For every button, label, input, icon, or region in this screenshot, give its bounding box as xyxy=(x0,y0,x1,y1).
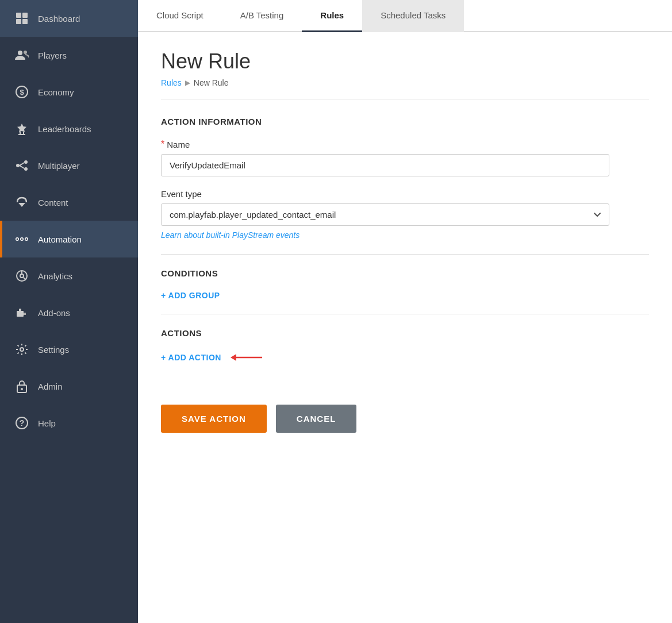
sidebar-item-label: Leaderboards xyxy=(38,124,91,134)
sidebar-item-label: Content xyxy=(38,198,68,207)
action-information-title: ACTION INFORMATION xyxy=(161,117,649,126)
add-action-button[interactable]: + ADD ACTION xyxy=(161,353,221,362)
name-input[interactable] xyxy=(161,154,609,176)
add-action-row: + ADD ACTION xyxy=(161,351,649,364)
svg-line-15 xyxy=(20,166,24,168)
tab-ab-testing[interactable]: A/B Testing xyxy=(222,0,302,32)
save-action-button[interactable]: SAVE ACTION xyxy=(161,405,267,433)
add-group-button[interactable]: + ADD GROUP xyxy=(161,291,220,300)
svg-line-14 xyxy=(20,163,24,166)
sidebar-item-players[interactable]: Players xyxy=(0,37,138,74)
sidebar-item-label: Admin xyxy=(38,382,63,391)
event-type-form-group: Event type com.playfab.player_updated_co… xyxy=(161,189,649,240)
action-information-section: ACTION INFORMATION * Name Event type com… xyxy=(161,117,649,240)
svg-point-12 xyxy=(24,160,28,164)
sidebar-item-settings[interactable]: Settings xyxy=(0,331,138,368)
svg-point-22 xyxy=(26,239,28,240)
tab-bar: Cloud Script A/B Testing Rules Scheduled… xyxy=(138,0,672,32)
name-form-group: * Name xyxy=(161,139,649,176)
svg-point-24 xyxy=(20,274,24,278)
sidebar-item-help[interactable]: ? Help xyxy=(0,405,138,441)
sidebar-item-label: Multiplayer xyxy=(38,161,80,171)
sidebar-item-label: Help xyxy=(38,418,56,428)
sidebar-item-label: Settings xyxy=(38,345,69,355)
addons-icon xyxy=(14,305,30,321)
breadcrumb: Rules ▶ New Rule xyxy=(161,78,649,99)
analytics-icon xyxy=(14,268,30,284)
svg-point-11 xyxy=(16,164,20,167)
svg-marker-16 xyxy=(18,203,25,207)
svg-point-31 xyxy=(21,388,23,390)
multiplayer-icon xyxy=(14,157,30,174)
main-content: Cloud Script A/B Testing Rules Scheduled… xyxy=(138,0,672,623)
players-icon xyxy=(14,47,30,63)
svg-point-29 xyxy=(20,348,24,351)
sidebar: Dashboard Players $ Economy xyxy=(0,0,138,623)
breadcrumb-separator: ▶ xyxy=(185,79,190,87)
actions-section: ACTIONS + ADD ACTION xyxy=(161,328,649,364)
arrow-indicator xyxy=(231,351,265,364)
tab-cloud-script[interactable]: Cloud Script xyxy=(138,0,222,32)
svg-text:?: ? xyxy=(20,418,25,428)
sidebar-item-label: Players xyxy=(38,51,67,60)
sidebar-item-multiplayer[interactable]: Multiplayer xyxy=(0,147,138,184)
sidebar-item-analytics[interactable]: Analytics xyxy=(0,257,138,294)
divider-1 xyxy=(161,254,649,255)
footer-buttons: SAVE ACTION CANCEL xyxy=(161,393,649,433)
sidebar-item-label: Analytics xyxy=(38,271,72,281)
content-area: New Rule Rules ▶ New Rule ACTION INFORMA… xyxy=(138,32,672,623)
sidebar-item-content[interactable]: Content xyxy=(0,184,138,221)
tab-scheduled-tasks[interactable]: Scheduled Tasks xyxy=(362,0,464,32)
cancel-button[interactable]: CANCEL xyxy=(276,405,357,433)
actions-title: ACTIONS xyxy=(161,328,649,338)
svg-rect-10 xyxy=(18,134,25,135)
dashboard-icon xyxy=(14,10,30,26)
sidebar-item-label: Add-ons xyxy=(38,308,70,318)
svg-marker-35 xyxy=(231,354,236,361)
tab-rules[interactable]: Rules xyxy=(302,0,362,32)
learn-link[interactable]: Learn about built-in PlayStream events xyxy=(161,230,299,240)
svg-point-4 xyxy=(18,51,22,55)
event-type-select[interactable]: com.playfab.player_updated_contact_email… xyxy=(161,203,609,226)
breadcrumb-current: New Rule xyxy=(194,78,229,87)
page-title: New Rule xyxy=(161,49,649,74)
conditions-section: CONDITIONS + ADD GROUP xyxy=(161,268,649,300)
sidebar-item-label: Dashboard xyxy=(38,14,80,24)
svg-point-20 xyxy=(17,239,18,240)
svg-rect-28 xyxy=(19,309,21,312)
sidebar-item-automation[interactable]: Automation xyxy=(0,221,138,257)
sidebar-item-admin[interactable]: Admin xyxy=(0,368,138,405)
sidebar-item-economy[interactable]: $ Economy xyxy=(0,74,138,110)
svg-rect-0 xyxy=(16,13,21,18)
content-icon xyxy=(14,194,30,210)
svg-point-13 xyxy=(24,167,28,171)
economy-icon: $ xyxy=(14,84,30,100)
sidebar-item-dashboard[interactable]: Dashboard xyxy=(0,0,138,37)
svg-rect-1 xyxy=(22,13,28,18)
admin-icon xyxy=(14,378,30,394)
svg-rect-27 xyxy=(17,311,24,317)
breadcrumb-rules-link[interactable]: Rules xyxy=(161,78,182,87)
divider-2 xyxy=(161,314,649,314)
help-icon: ? xyxy=(14,415,30,431)
svg-rect-2 xyxy=(16,19,21,24)
svg-line-26 xyxy=(24,278,26,280)
event-type-label: Event type xyxy=(161,189,649,199)
sidebar-item-addons[interactable]: Add-ons xyxy=(0,294,138,331)
svg-point-5 xyxy=(24,51,27,54)
leaderboards-icon xyxy=(14,121,30,137)
svg-text:$: $ xyxy=(20,88,24,97)
svg-rect-3 xyxy=(22,19,28,24)
sidebar-item-label: Economy xyxy=(38,87,74,97)
sidebar-item-leaderboards[interactable]: Leaderboards xyxy=(0,110,138,147)
conditions-title: CONDITIONS xyxy=(161,268,649,278)
required-star: * xyxy=(161,139,164,149)
automation-icon xyxy=(14,231,30,247)
svg-point-21 xyxy=(21,239,23,240)
settings-icon xyxy=(14,341,30,357)
sidebar-item-label: Automation xyxy=(38,234,82,244)
name-label: * Name xyxy=(161,139,649,149)
